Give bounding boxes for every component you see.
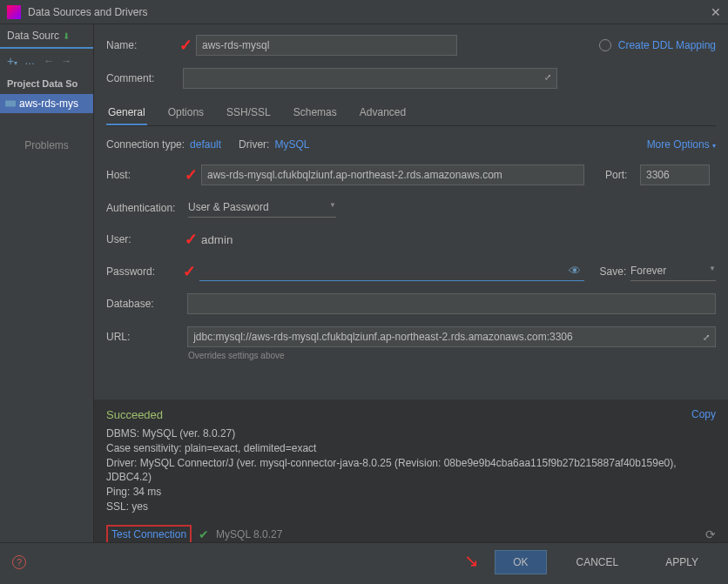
password-input[interactable]: [199, 262, 583, 281]
sidebar-problems[interactable]: Problems: [0, 131, 93, 160]
back-icon[interactable]: ←: [44, 55, 54, 67]
url-label: URL:: [106, 331, 187, 343]
expand-icon[interactable]: ⤢: [703, 332, 710, 342]
url-note: Overrides settings above: [188, 351, 716, 360]
chevron-down-icon: ▼: [329, 201, 336, 213]
footer: ? ↘ OK CANCEL APPLY: [0, 542, 728, 581]
host-input[interactable]: [201, 164, 584, 185]
titlebar: Data Sources and Drivers ✕: [0, 0, 728, 24]
sidebar-section-project: Project Data So: [0, 73, 93, 94]
status-succeeded: Succeeded: [106, 408, 716, 421]
name-label: Name:: [106, 39, 183, 51]
close-icon[interactable]: ✕: [711, 5, 721, 19]
annotation-mark: ✓: [185, 230, 198, 249]
tab-options[interactable]: Options: [166, 101, 206, 125]
sidebar-tab-datasources[interactable]: Data Sourc ⬇: [0, 24, 93, 49]
help-icon[interactable]: ?: [12, 555, 26, 569]
ok-button[interactable]: OK: [495, 550, 546, 574]
app-icon: [7, 5, 21, 19]
port-label: Port:: [605, 169, 640, 181]
result-line: DBMS: MySQL (ver. 8.0.27): [106, 426, 716, 441]
auth-label: Authentication:: [106, 202, 188, 214]
sidebar-toolbar: +▾ … ← →: [0, 49, 93, 73]
save-label: Save:: [600, 265, 630, 278]
expand-icon[interactable]: ⤢: [544, 72, 551, 82]
sidebar-tab-label: Data Sourc: [7, 30, 59, 42]
tab-schemas[interactable]: Schemas: [292, 101, 339, 125]
sidebar: Data Sourc ⬇ +▾ … ← → Project Data So aw…: [0, 24, 94, 542]
host-label: Host:: [106, 169, 188, 181]
sidebar-item-label: aws-rds-mys: [19, 97, 78, 110]
add-icon[interactable]: +▾: [7, 54, 17, 68]
user-input[interactable]: [201, 233, 584, 246]
apply-button[interactable]: APPLY: [648, 551, 716, 574]
database-input[interactable]: [187, 293, 716, 314]
eye-icon[interactable]: 👁: [569, 264, 581, 278]
sidebar-item-aws-rds-mysql[interactable]: aws-rds-mys: [0, 94, 93, 113]
connection-type-label: Connection type:: [106, 138, 185, 151]
window-title: Data Sources and Drivers: [28, 6, 147, 18]
connection-type-value[interactable]: default: [190, 138, 221, 151]
main-panel: Name: ✓ Create DDL Mapping Comment: ⤢ Ge…: [94, 24, 728, 542]
comment-input[interactable]: ⤢: [183, 68, 557, 89]
download-icon: ⬇: [63, 31, 70, 41]
more-options-link[interactable]: More Options ▾: [647, 138, 716, 151]
comment-label: Comment:: [106, 72, 183, 84]
annotation-arrow: ↘: [464, 550, 479, 571]
tab-sshssl[interactable]: SSH/SSL: [225, 101, 273, 125]
result-line: Driver: MySQL Connector/J (ver. mysql-co…: [106, 456, 716, 486]
copy-link[interactable]: Copy: [691, 408, 716, 420]
test-connection-link[interactable]: Test Connection: [106, 525, 192, 542]
auth-select[interactable]: User & Password ▼: [188, 198, 336, 218]
check-icon: ✔: [199, 527, 209, 541]
result-line: SSL: yes: [106, 500, 716, 514]
driver-label: Driver:: [239, 138, 269, 151]
port-input[interactable]: [640, 164, 710, 185]
url-input[interactable]: jdbc:mysql://aws-rds-mysql.cfukbqlziunf.…: [187, 326, 716, 347]
driver-value[interactable]: MySQL: [274, 138, 309, 151]
password-label: Password:: [106, 265, 186, 278]
database-label: Database:: [106, 298, 187, 310]
annotation-mark: ✓: [179, 36, 192, 55]
annotation-mark: ✓: [183, 262, 196, 281]
forward-icon[interactable]: →: [61, 55, 71, 67]
annotation-mark: ✓: [185, 165, 198, 185]
user-label: User:: [106, 233, 188, 245]
create-ddl-link[interactable]: Create DDL Mapping: [618, 39, 716, 51]
tab-general[interactable]: General: [106, 101, 147, 125]
chevron-down-icon: ▼: [709, 265, 716, 277]
cancel-button[interactable]: CANCEL: [559, 551, 637, 574]
name-input[interactable]: [196, 35, 457, 56]
chevron-down-icon: ▾: [712, 142, 716, 150]
driver-version: MySQL 8.0.27: [216, 528, 282, 540]
refresh-icon[interactable]: ⟳: [705, 527, 716, 541]
tab-advanced[interactable]: Advanced: [358, 101, 408, 125]
result-line: Case sensitivity: plain=exact, delimited…: [106, 441, 716, 456]
ddl-radio-icon[interactable]: [599, 39, 611, 51]
result-line: Ping: 34 ms: [106, 485, 716, 500]
more-icon[interactable]: …: [24, 55, 37, 67]
database-icon: [5, 98, 16, 109]
tabs: General Options SSH/SSL Schemas Advanced: [106, 101, 716, 126]
connection-result: Copy Succeeded DBMS: MySQL (ver. 8.0.27)…: [94, 399, 728, 542]
save-select[interactable]: Forever ▼: [630, 261, 716, 281]
